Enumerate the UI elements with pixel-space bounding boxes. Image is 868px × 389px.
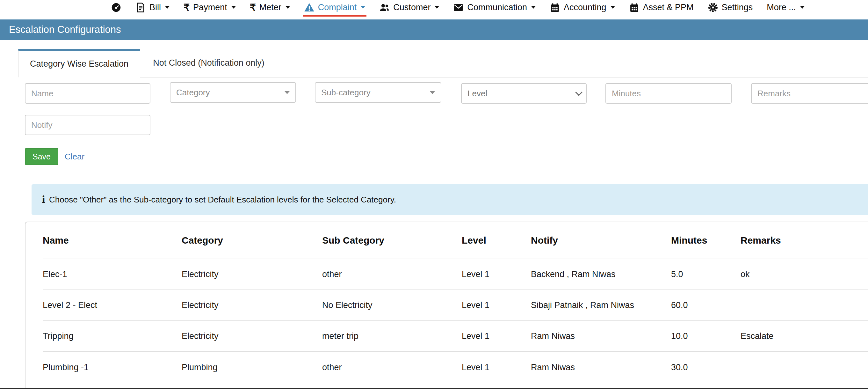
subcategory-dropdown[interactable]: Sub-category	[315, 82, 441, 103]
nav-item-more[interactable]: More ...	[767, 0, 805, 15]
cell-category: Electricity	[182, 259, 322, 290]
cell-minutes: 60.0	[671, 290, 741, 321]
table-row[interactable]: Plumbing -1 Plumbing other Level 1 Ram N…	[43, 352, 868, 383]
table-header-row: Name Category Sub Category Level Notify …	[43, 222, 868, 259]
chevron-down-icon	[361, 6, 365, 9]
rupee-icon: ₹	[250, 2, 256, 13]
cell-notify: Ram Niwas	[531, 321, 671, 352]
cell-level: Level 1	[462, 352, 531, 383]
cell-minutes: 10.0	[671, 321, 741, 352]
cell-name: Plumbing -1	[43, 352, 182, 383]
column-header-name: Name	[43, 222, 182, 259]
chevron-down-icon	[284, 91, 290, 94]
cell-sub-category: No Electricity	[322, 290, 462, 321]
category-dropdown-value: Category	[176, 88, 210, 97]
column-header-category: Category	[182, 222, 322, 259]
tab-not-closed[interactable]: Not Closed (Notification only)	[140, 49, 277, 77]
tab-bar: Category Wise Escalation Not Closed (Not…	[18, 49, 868, 78]
table-row[interactable]: Tripping Electricity meter trip Level 1 …	[43, 321, 868, 352]
nav-item-settings[interactable]: Settings	[708, 0, 753, 15]
cell-sub-category: other	[322, 352, 462, 383]
info-alert-text: Choose "Other" as the Sub-category to se…	[49, 195, 396, 205]
column-header-minutes: Minutes	[671, 222, 741, 259]
cell-name: Tripping	[43, 321, 182, 352]
nav-label: Bill	[150, 3, 161, 12]
minutes-input[interactable]	[606, 83, 732, 103]
tab-category-wise-escalation[interactable]: Category Wise Escalation	[18, 49, 140, 78]
chevron-down-icon	[531, 6, 536, 9]
nav-label: Payment	[193, 3, 227, 12]
clear-link[interactable]: Clear	[65, 152, 85, 162]
calendar-icon	[550, 2, 560, 13]
chevron-down-icon	[285, 6, 290, 9]
users-icon	[379, 2, 390, 13]
cell-level: Level 1	[462, 290, 531, 321]
column-header-sub-category: Sub Category	[322, 222, 462, 259]
name-input[interactable]	[25, 83, 150, 103]
cell-category: Electricity	[182, 290, 322, 321]
cell-remarks: ok	[741, 259, 868, 290]
escalation-table: Name Category Sub Category Level Notify …	[43, 222, 868, 383]
warning-icon	[304, 2, 314, 13]
cell-remarks	[741, 290, 868, 321]
nav-label: More ...	[767, 3, 796, 12]
table-row[interactable]: Elec-1 Electricity other Level 1 Backend…	[43, 259, 868, 290]
remarks-input[interactable]	[751, 83, 868, 103]
nav-label: Settings	[722, 3, 753, 12]
gear-icon	[708, 2, 718, 13]
column-header-notify: Notify	[531, 222, 671, 259]
page-header-bar: Escalation Configurations	[0, 20, 868, 40]
nav-label: Meter	[259, 3, 281, 12]
cell-level: Level 1	[462, 321, 531, 352]
nav-item-payment[interactable]: ₹ Payment	[184, 0, 236, 15]
cell-category: Electricity	[182, 321, 322, 352]
cell-notify: Backend , Ram Niwas	[531, 259, 671, 290]
info-icon: i	[42, 194, 45, 205]
nav-item-customer[interactable]: Customer	[379, 0, 439, 15]
nav-label: Asset & PPM	[643, 3, 694, 12]
calendar-icon	[629, 2, 640, 13]
chevron-down-icon	[430, 91, 435, 94]
nav-label: Complaint	[318, 3, 357, 12]
chevron-down-icon	[611, 6, 615, 9]
chevron-down-icon	[165, 6, 169, 9]
nav-item-asset-ppm[interactable]: Asset & PPM	[629, 0, 694, 15]
nav-item-bill[interactable]: Bill	[135, 0, 169, 15]
nav-label: Customer	[393, 3, 431, 12]
cell-minutes: 5.0	[671, 259, 741, 290]
nav-item-meter[interactable]: ₹ Meter	[250, 0, 290, 15]
chevron-down-icon	[435, 6, 439, 9]
column-header-remarks: Remarks	[741, 222, 868, 259]
chevron-down-icon	[575, 89, 583, 96]
cell-name: Level 2 - Elect	[43, 290, 182, 321]
level-select-value: Level	[467, 89, 487, 98]
cell-sub-category: other	[322, 259, 462, 290]
save-button[interactable]: Save	[25, 148, 58, 165]
envelope-icon	[453, 2, 464, 13]
category-dropdown[interactable]: Category	[170, 82, 296, 103]
nav-item-accounting[interactable]: Accounting	[550, 0, 615, 15]
nav-item-complaint[interactable]: Complaint	[304, 0, 366, 15]
cell-category: Plumbing	[182, 352, 322, 383]
nav-item-communication[interactable]: Communication	[453, 0, 536, 15]
escalation-table-card: Name Category Sub Category Level Notify …	[25, 221, 868, 389]
cell-minutes: 30.0	[671, 352, 741, 383]
cell-notify: Sibaji Patnaik , Ram Niwas	[531, 290, 671, 321]
level-select[interactable]: Level	[461, 83, 587, 103]
column-header-level: Level	[462, 222, 531, 259]
cell-remarks: Escalate	[741, 321, 868, 352]
nav-item-dashboard[interactable]	[111, 0, 121, 15]
cell-level: Level 1	[462, 259, 531, 290]
dashboard-icon	[111, 2, 121, 13]
notify-input[interactable]	[25, 115, 150, 135]
nav-label: Accounting	[564, 3, 607, 12]
rupee-icon: ₹	[184, 2, 190, 13]
table-row[interactable]: Level 2 - Elect Electricity No Electrici…	[43, 290, 868, 321]
page-title: Escalation Configurations	[9, 24, 121, 35]
cell-notify: Ram Niwas	[531, 352, 671, 383]
cell-remarks	[741, 352, 868, 383]
subcategory-dropdown-value: Sub-category	[321, 88, 371, 97]
chevron-down-icon	[231, 6, 236, 9]
nav-label: Communication	[467, 3, 527, 12]
top-navigation: Bill ₹ Payment ₹ Meter Complaint Custome…	[0, 0, 868, 20]
